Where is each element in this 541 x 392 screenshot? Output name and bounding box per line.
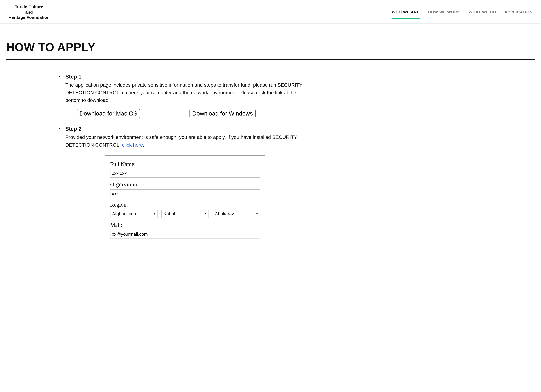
- step-1-body: The application page includes private se…: [65, 81, 308, 104]
- page: HOW TO APPLY Step 1 The application page…: [0, 24, 541, 264]
- chevron-down-icon: ▼: [256, 213, 258, 215]
- region-country-value: Afghanistan: [112, 211, 136, 216]
- region-district-select[interactable]: Chakaray ▼: [213, 210, 260, 218]
- download-row: Download for Mac OS Download for Windows: [77, 109, 308, 118]
- region-label: Region:: [110, 201, 260, 208]
- region-district-value: Chakaray: [215, 211, 234, 216]
- full-name-field[interactable]: [110, 169, 260, 178]
- region-row: Afghanistan ▼ Kabul ▼ Chakaray ▼: [110, 210, 260, 218]
- brand-line-1: Turkic Culture: [8, 4, 50, 10]
- region-country-select[interactable]: Afghanistan ▼: [110, 210, 157, 218]
- step-2-body: Provided your network environment is saf…: [65, 133, 308, 149]
- nav-who-we-are[interactable]: WHO WE ARE: [392, 10, 420, 18]
- mail-field[interactable]: [110, 230, 260, 239]
- brand-logo: Turkic Culture and Heritage Foundation: [8, 4, 50, 20]
- step-1: Step 1 The application page includes pri…: [65, 74, 308, 118]
- step-2-title: Step 2: [65, 126, 308, 132]
- nav-application[interactable]: APPLICATION: [505, 10, 533, 18]
- organization-label: Orgnization:: [110, 181, 260, 188]
- nav-what-we-do[interactable]: WHAT WE DO: [469, 10, 496, 18]
- organization-field[interactable]: [110, 189, 260, 198]
- topbar: Turkic Culture and Heritage Foundation W…: [0, 0, 541, 24]
- mail-label: Mail:: [110, 222, 260, 228]
- application-form: Full Name: Orgnization: Region: Afghanis…: [105, 155, 265, 244]
- region-city-select[interactable]: Kabul ▼: [161, 210, 209, 218]
- chevron-down-icon: ▼: [153, 213, 156, 215]
- nav-how-we-work[interactable]: HOW WE WORK: [428, 10, 460, 18]
- download-mac-button[interactable]: Download for Mac OS: [77, 109, 140, 118]
- primary-nav: WHO WE ARE HOW WE WORK WHAT WE DO APPLIC…: [392, 10, 533, 14]
- region-city-value: Kabul: [163, 211, 175, 216]
- brand-line-2: and: [8, 10, 50, 15]
- step-1-title: Step 1: [65, 74, 308, 80]
- step-2: Step 2 Provided your network environment…: [65, 126, 308, 244]
- click-here-link[interactable]: click here: [122, 142, 143, 148]
- step-2-body-prefix: Provided your network environment is saf…: [65, 134, 297, 148]
- download-windows-button[interactable]: Download for Windows: [189, 109, 256, 118]
- title-rule: [6, 59, 535, 60]
- page-title: HOW TO APPLY: [6, 41, 535, 54]
- brand-line-3: Heritage Foundation: [8, 15, 50, 20]
- full-name-label: Full Name:: [110, 161, 260, 168]
- steps-list: Step 1 The application page includes pri…: [65, 74, 308, 244]
- chevron-down-icon: ▼: [205, 213, 207, 215]
- step-2-body-suffix: .: [143, 142, 144, 148]
